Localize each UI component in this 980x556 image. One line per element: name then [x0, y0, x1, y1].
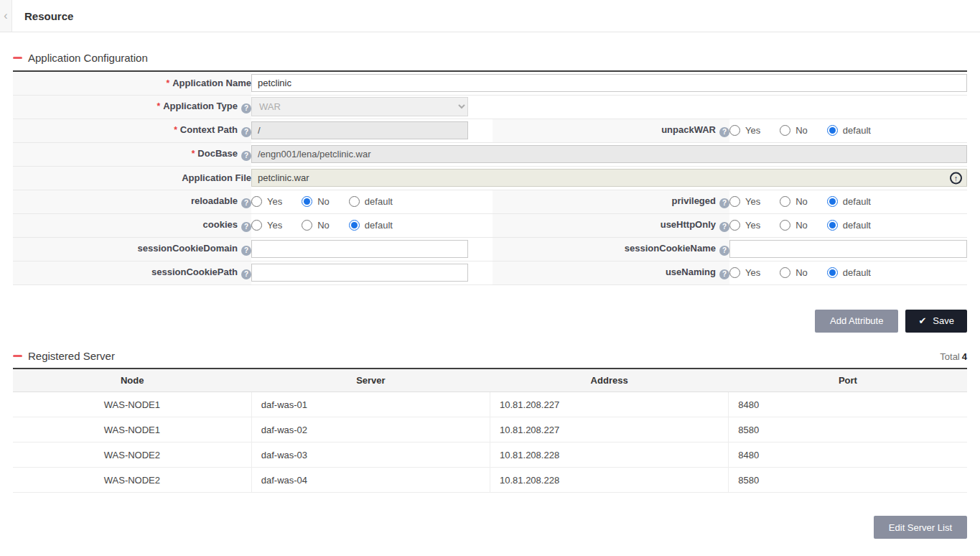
radio-label: Yes — [267, 220, 282, 231]
help-icon[interactable]: ? — [241, 198, 251, 208]
cell-port: 8580 — [729, 468, 967, 493]
form-row-cookies: cookies? Yes No def — [13, 213, 967, 237]
usenaming-no-radio[interactable] — [780, 267, 790, 278]
total-value: 4 — [962, 351, 967, 362]
application-name-input[interactable] — [251, 74, 967, 92]
unpackwar-default-option[interactable]: default — [827, 125, 871, 136]
sessioncookiedomain-input-cell — [251, 237, 493, 261]
usehttponly-default-option[interactable]: default — [827, 220, 871, 231]
privileged-default-option[interactable]: default — [827, 196, 871, 207]
privileged-no-radio[interactable] — [780, 196, 790, 207]
usenaming-default-radio[interactable] — [827, 267, 838, 278]
application-file-label-cell: Application File — [13, 166, 251, 190]
reloadable-label-cell: reloadable? — [13, 190, 251, 213]
unpackwar-no-radio[interactable] — [780, 125, 790, 136]
radio-label: default — [843, 267, 871, 278]
usehttponly-no-radio[interactable] — [780, 220, 790, 231]
cell-server: daf-was-03 — [251, 443, 490, 468]
context-path-input-cell — [251, 119, 493, 142]
application-type-label-cell: *Application Type? — [13, 95, 251, 119]
form-row-context-path: *Context Path? unpackWAR? Yes — [13, 119, 967, 142]
usehttponly-yes-radio[interactable] — [729, 220, 740, 231]
usenaming-no-option[interactable]: No — [780, 267, 808, 278]
privileged-default-radio[interactable] — [827, 196, 838, 207]
usenaming-yes-option[interactable]: Yes — [729, 267, 760, 278]
usehttponly-yes-option[interactable]: Yes — [729, 220, 760, 231]
help-icon[interactable]: ? — [241, 222, 251, 232]
radio-label: Yes — [745, 196, 760, 207]
usenaming-default-option[interactable]: default — [827, 267, 871, 278]
edit-server-list-button[interactable]: Edit Server List — [874, 516, 967, 539]
unpackwar-no-option[interactable]: No — [780, 125, 808, 136]
unpackwar-yes-radio[interactable] — [729, 125, 740, 136]
page-title: Resource — [24, 10, 73, 22]
privileged-yes-option[interactable]: Yes — [729, 196, 760, 207]
total-count: Total4 — [940, 351, 967, 362]
reloadable-yes-option[interactable]: Yes — [251, 196, 282, 207]
reloadable-default-radio[interactable] — [349, 196, 360, 207]
unpackwar-default-radio[interactable] — [827, 125, 838, 136]
server-table-row: WAS-NODE2 daf-was-04 10.81.208.228 8580 — [13, 468, 967, 493]
help-icon[interactable]: ? — [719, 198, 729, 208]
cookies-no-radio[interactable] — [302, 220, 312, 231]
help-icon[interactable]: ? — [241, 127, 251, 137]
cookies-label-cell: cookies? — [13, 213, 251, 237]
radio-label: default — [365, 220, 393, 231]
help-icon[interactable]: ? — [241, 269, 251, 279]
help-icon[interactable]: ? — [241, 151, 251, 161]
docbase-input — [251, 145, 967, 163]
column-header-server: Server — [251, 369, 490, 392]
registered-server-header: Registered Server Total4 — [13, 350, 967, 362]
cell-port: 8480 — [729, 392, 967, 417]
docbase-label-cell: *DocBase? — [13, 142, 251, 166]
sessioncookiepath-input[interactable] — [251, 264, 468, 282]
cell-address: 10.81.208.228 — [490, 468, 729, 493]
usehttponly-default-radio[interactable] — [827, 220, 838, 231]
help-icon[interactable]: ? — [241, 103, 251, 113]
usehttponly-label: useHttpOnly — [661, 219, 716, 230]
sessioncookiedomain-input[interactable] — [251, 240, 468, 258]
reloadable-no-radio[interactable] — [302, 196, 312, 207]
upload-icon[interactable]: ↑ — [950, 172, 962, 184]
usehttponly-input-cell: Yes No default — [729, 213, 967, 237]
privileged-no-option[interactable]: No — [780, 196, 808, 207]
usenaming-yes-radio[interactable] — [729, 267, 740, 278]
cookies-yes-option[interactable]: Yes — [251, 220, 282, 231]
cell-node: WAS-NODE2 — [13, 468, 251, 493]
back-button[interactable]: ‹ — [0, 0, 12, 32]
reloadable-no-option[interactable]: No — [302, 196, 330, 207]
unpackwar-radio-group: Yes No default — [729, 125, 967, 136]
unpackwar-yes-option[interactable]: Yes — [729, 125, 760, 136]
help-icon[interactable]: ? — [719, 269, 729, 279]
cookies-no-option[interactable]: No — [302, 220, 330, 231]
cookies-input-cell: Yes No default — [251, 213, 493, 237]
save-button[interactable]: ✔ Save — [905, 310, 967, 333]
required-marker: * — [157, 101, 161, 111]
reloadable-yes-radio[interactable] — [251, 196, 262, 207]
usenaming-input-cell: Yes No default — [729, 261, 967, 284]
sessioncookiename-input[interactable] — [729, 240, 967, 258]
sessioncookiepath-label: sessionCookiePath — [151, 267, 238, 277]
help-icon[interactable]: ? — [241, 246, 251, 256]
add-attribute-button[interactable]: Add Attribute — [815, 310, 898, 333]
usehttponly-no-option[interactable]: No — [780, 220, 808, 231]
privileged-yes-radio[interactable] — [729, 196, 740, 207]
cookies-default-option[interactable]: default — [349, 220, 393, 231]
cookies-default-radio[interactable] — [349, 220, 360, 231]
help-icon[interactable]: ? — [719, 246, 729, 256]
app-config-section-title: Application Configuration — [13, 52, 967, 64]
server-table-row: WAS-NODE2 daf-was-03 10.81.208.228 8480 — [13, 443, 967, 468]
form-row-reloadable: reloadable? Yes No — [13, 190, 967, 213]
radio-label: No — [795, 267, 808, 278]
section-title-text: Application Configuration — [28, 52, 148, 64]
cell-server: daf-was-01 — [251, 392, 490, 417]
cookies-yes-radio[interactable] — [251, 220, 262, 231]
reloadable-default-option[interactable]: default — [349, 196, 393, 207]
radio-label: Yes — [745, 125, 760, 136]
cell-node: WAS-NODE2 — [13, 443, 251, 468]
help-icon[interactable]: ? — [719, 127, 729, 137]
help-icon[interactable]: ? — [719, 222, 729, 232]
application-type-input-cell: WAR — [251, 95, 967, 119]
column-header-address: Address — [490, 369, 729, 392]
sessioncookiedomain-label-cell: sessionCookieDomain? — [13, 237, 251, 261]
